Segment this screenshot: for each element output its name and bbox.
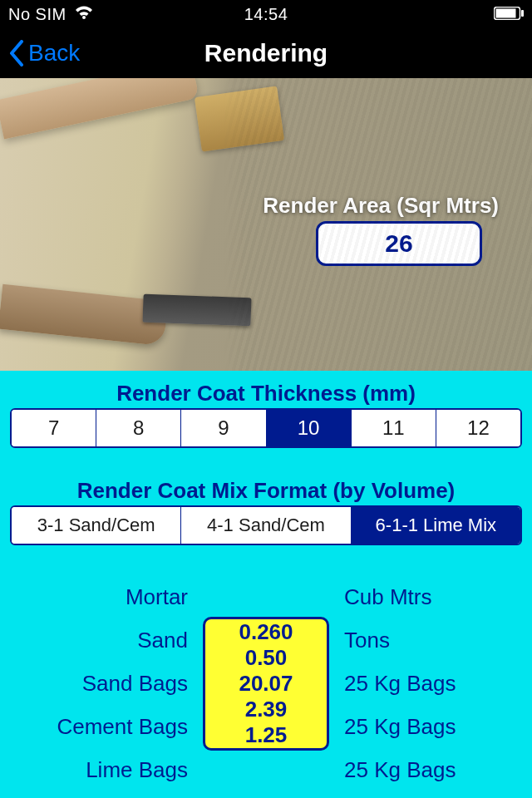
nav-bar: Back Rendering — [0, 28, 532, 78]
result-label: Cement Bags — [10, 705, 203, 748]
illustration — [0, 284, 168, 347]
thickness-option-12[interactable]: 12 — [436, 410, 520, 446]
thickness-segmented: 789101112 — [10, 408, 522, 448]
result-value: 0.50 — [205, 645, 327, 671]
thickness-option-8[interactable]: 8 — [96, 410, 180, 446]
result-value: 20.07 — [205, 671, 327, 697]
status-bar: No SIM 14:54 — [0, 0, 532, 28]
hero-image: Render Area (Sqr Mtrs) 26 — [0, 78, 532, 371]
result-value: 2.39 — [205, 697, 327, 722]
render-area-input[interactable]: 26 — [316, 221, 482, 266]
illustration — [142, 294, 251, 327]
result-unit: 25 Kg Bags — [329, 748, 522, 791]
carrier-label: No SIM — [8, 5, 66, 24]
mix-option-0[interactable]: 3-1 Sand/Cem — [12, 507, 180, 544]
render-area-label: Render Area (Sqr Mtrs) — [263, 193, 499, 219]
result-unit: Tons — [329, 618, 522, 662]
result-unit: 25 Kg Bags — [329, 662, 522, 705]
illustration — [195, 86, 284, 151]
thickness-option-9[interactable]: 9 — [180, 410, 265, 446]
mix-option-2[interactable]: 6-1-1 Lime Mix — [351, 507, 520, 544]
result-label: Sand Bags — [10, 662, 203, 705]
result-label: Lime Bags — [10, 748, 203, 791]
back-label: Back — [28, 40, 80, 66]
clock: 14:54 — [244, 5, 288, 24]
page-title: Rendering — [204, 39, 328, 67]
result-value: 0.260 — [205, 619, 327, 645]
results-table: 0.2600.5020.072.391.25 MortarCub MtrsSan… — [10, 575, 522, 791]
result-label: Mortar — [10, 575, 203, 618]
thickness-option-7[interactable]: 7 — [12, 410, 96, 446]
thickness-label: Render Coat Thickness (mm) — [0, 381, 532, 406]
chevron-left-icon — [8, 40, 25, 66]
result-label: Sand — [10, 618, 203, 662]
wifi-icon — [75, 5, 93, 24]
illustration — [0, 78, 200, 139]
svg-rect-2 — [521, 10, 524, 17]
back-button[interactable]: Back — [0, 40, 80, 66]
battery-icon — [494, 5, 524, 24]
thickness-option-10[interactable]: 10 — [266, 410, 351, 446]
thickness-option-11[interactable]: 11 — [351, 410, 436, 446]
results-value-column: 0.2600.5020.072.391.25 — [203, 617, 329, 751]
mix-segmented: 3-1 Sand/Cem4-1 Sand/Cem6-1-1 Lime Mix — [10, 505, 522, 545]
svg-rect-1 — [496, 8, 516, 17]
result-unit: 25 Kg Bags — [329, 705, 522, 748]
result-unit: Cub Mtrs — [329, 575, 522, 618]
mix-option-1[interactable]: 4-1 Sand/Cem — [180, 507, 350, 544]
result-value: 1.25 — [205, 722, 327, 748]
mix-label: Render Coat Mix Format (by Volume) — [0, 478, 532, 504]
